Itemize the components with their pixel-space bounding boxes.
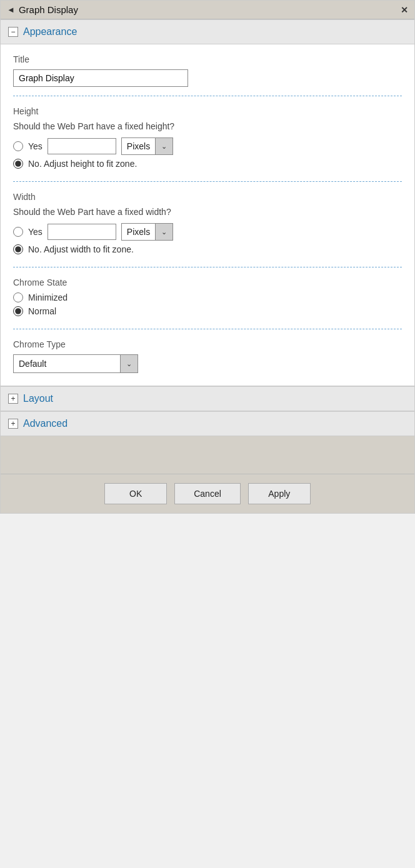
width-question: Should the Web Part have a fixed width?: [13, 207, 402, 217]
height-no-radio[interactable]: [13, 159, 23, 169]
chevron-down-icon: ⌄: [161, 228, 167, 236]
spacer: [1, 436, 414, 474]
back-icon[interactable]: ◄: [7, 5, 15, 14]
height-yes-radio[interactable]: [13, 141, 23, 151]
width-unit-select-wrapper[interactable]: Pixels ⌄: [121, 223, 173, 241]
width-field-group: Width Should the Web Part have a fixed w…: [13, 184, 402, 267]
close-icon[interactable]: ✕: [401, 5, 408, 15]
height-question: Should the Web Part have a fixed height?: [13, 121, 402, 131]
layout-section-header[interactable]: + Layout: [1, 386, 414, 411]
chrome-type-field-group: Chrome Type Default ⌄: [13, 332, 402, 373]
height-unit-select-wrapper[interactable]: Pixels ⌄: [121, 137, 173, 155]
appearance-toggle[interactable]: −: [8, 27, 18, 37]
panel: ◄ Graph Display ✕ − Appearance Title Hei…: [0, 0, 415, 514]
advanced-section-header[interactable]: + Advanced: [1, 411, 414, 436]
apply-button[interactable]: Apply: [248, 483, 311, 504]
chrome-normal-label: Normal: [28, 306, 56, 316]
chrome-type-value: Default: [14, 355, 120, 372]
panel-title: Graph Display: [19, 4, 78, 15]
height-no-label: No. Adjust height to fit zone.: [28, 159, 137, 169]
title-input[interactable]: [13, 69, 188, 87]
title-field-group: Title: [13, 54, 402, 96]
layout-toggle[interactable]: +: [8, 394, 18, 404]
height-field-group: Height Should the Web Part have a fixed …: [13, 99, 402, 182]
width-yes-radio[interactable]: [13, 227, 23, 237]
chrome-minimized-radio[interactable]: [13, 292, 23, 302]
appearance-content: Title Height Should the Web Part have a …: [1, 44, 414, 386]
chrome-normal-row: Normal: [13, 306, 402, 316]
width-unit-value: Pixels: [122, 223, 155, 241]
appearance-section-title: Appearance: [23, 26, 77, 37]
height-yes-label: Yes: [28, 141, 42, 151]
title-bar-left: ◄ Graph Display: [7, 4, 78, 15]
width-unit-arrow[interactable]: ⌄: [155, 223, 172, 241]
width-value-input[interactable]: [48, 224, 116, 240]
height-unit-arrow[interactable]: ⌄: [155, 137, 172, 155]
ok-button[interactable]: OK: [104, 483, 167, 504]
title-label: Title: [13, 54, 402, 64]
chrome-minimized-row: Minimized: [13, 292, 402, 302]
cancel-button[interactable]: Cancel: [174, 483, 241, 504]
advanced-toggle[interactable]: +: [8, 419, 18, 429]
height-yes-row: Yes Pixels ⌄: [13, 137, 402, 155]
layout-section-title: Layout: [23, 393, 53, 404]
width-label: Width: [13, 192, 402, 202]
appearance-section-header[interactable]: − Appearance: [1, 19, 414, 44]
height-label: Height: [13, 106, 402, 116]
chrome-type-arrow[interactable]: ⌄: [120, 355, 138, 372]
chrome-type-select-wrapper[interactable]: Default ⌄: [13, 354, 138, 373]
width-no-row: No. Adjust width to fit zone.: [13, 244, 402, 254]
chrome-minimized-label: Minimized: [28, 292, 68, 302]
chevron-down-icon: ⌄: [161, 142, 167, 151]
height-value-input[interactable]: [48, 138, 116, 154]
width-no-label: No. Adjust width to fit zone.: [28, 244, 134, 254]
width-yes-row: Yes Pixels ⌄: [13, 223, 402, 241]
height-no-row: No. Adjust height to fit zone.: [13, 159, 402, 169]
chrome-normal-radio[interactable]: [13, 306, 23, 316]
footer: OK Cancel Apply: [1, 474, 414, 513]
chevron-down-icon: ⌄: [126, 360, 132, 368]
width-no-radio[interactable]: [13, 244, 23, 254]
title-bar: ◄ Graph Display ✕: [1, 1, 414, 19]
chrome-state-field-group: Chrome State Minimized Normal: [13, 270, 402, 329]
width-yes-label: Yes: [28, 227, 42, 237]
chrome-state-label: Chrome State: [13, 277, 402, 287]
height-unit-value: Pixels: [122, 137, 155, 155]
advanced-section-title: Advanced: [23, 418, 68, 429]
chrome-type-label: Chrome Type: [13, 339, 402, 349]
